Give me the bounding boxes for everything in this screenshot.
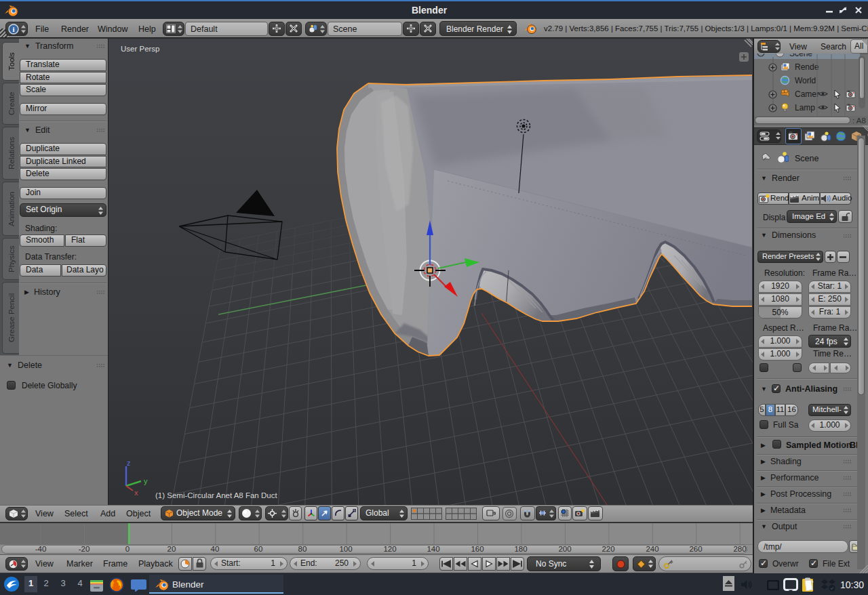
svg-text:User Persp: User Persp xyxy=(121,45,160,53)
svg-text:(1) Semi-Circular Anet A8 Fan: (1) Semi-Circular Anet A8 Fan Duct xyxy=(155,491,277,499)
svg-text:y: y xyxy=(144,477,148,485)
svg-text:x: x xyxy=(134,489,138,497)
svg-text:z: z xyxy=(127,459,131,467)
svg-text:i: i xyxy=(12,25,14,33)
